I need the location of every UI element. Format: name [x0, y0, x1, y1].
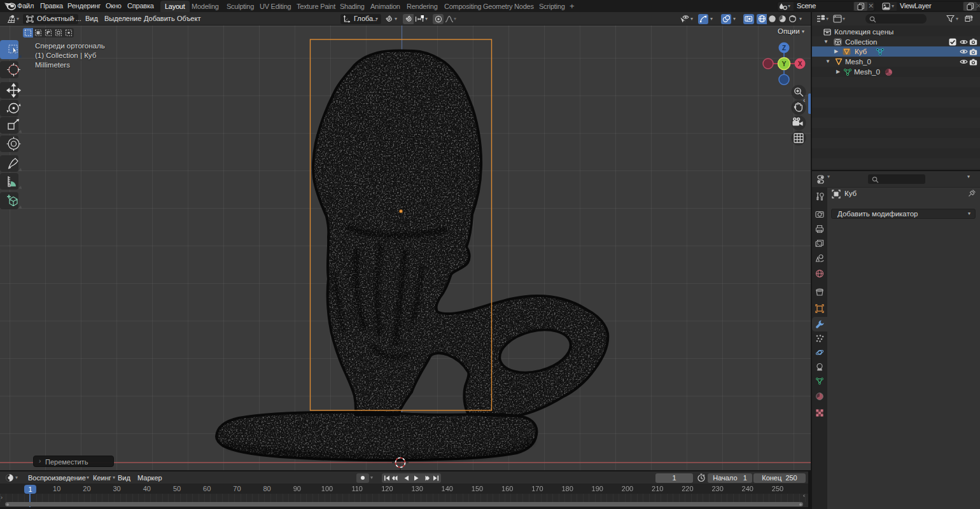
svg-text:Z: Z	[782, 45, 786, 52]
svg-text:X: X	[798, 60, 802, 67]
svg-text:Y: Y	[781, 60, 786, 67]
